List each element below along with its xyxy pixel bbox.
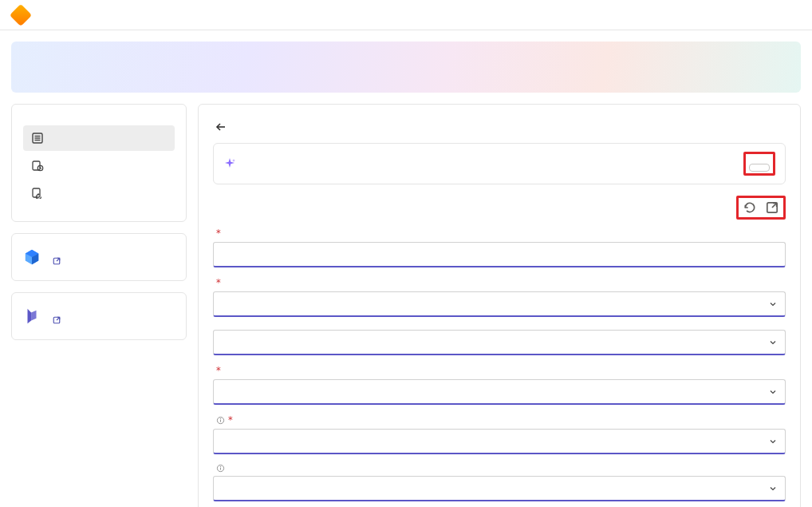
signed-in-card [11,292,187,340]
nav-tabs [51,9,80,22]
field-service-account: * [213,365,786,405]
required-mark: * [216,228,221,239]
field-status: * [213,277,786,317]
status-select[interactable] [213,291,786,317]
sparkle-icon [223,157,236,170]
content-row: * * [11,104,801,507]
back-button[interactable] [213,119,229,135]
highlight-detail-icons [736,196,786,220]
progress-icon [31,186,44,199]
refresh-icon[interactable] [743,200,757,215]
field-incident-type [213,464,786,501]
open-external-icon [52,315,61,325]
remote-assist-link[interactable] [49,256,61,266]
required-mark: * [216,277,221,288]
field-work-order-type: * [213,414,786,454]
field-name: * [213,228,786,267]
menu-card [11,104,187,222]
crumb-row [213,119,786,135]
priority-select[interactable] [213,330,786,355]
open-external-icon[interactable] [765,200,779,215]
info-icon[interactable] [216,416,225,425]
required-mark: * [228,414,233,426]
incident-type-select[interactable] [213,476,786,501]
main-column: * * [198,104,801,507]
svg-point-24 [220,466,221,467]
schedule-button[interactable] [749,164,770,172]
dynamics-icon [23,307,41,325]
menu-item-in-progress[interactable] [23,180,175,205]
sidebar-column [11,104,187,507]
svg-line-7 [41,168,41,169]
main-card: * * [198,104,801,507]
menu-item-overdue[interactable] [23,152,175,178]
arrow-left-icon [215,121,227,133]
field-priority [213,327,786,355]
info-icon[interactable] [216,464,225,473]
detail-head [213,196,786,220]
remote-assist-icon [23,248,41,266]
overdue-icon [31,159,44,172]
required-mark: * [216,365,221,376]
top-nav [0,0,812,30]
name-input[interactable] [213,242,786,267]
highlight-schedule [743,152,775,176]
switch-env-link[interactable] [49,315,61,325]
svg-point-21 [220,418,221,419]
list-icon [31,132,44,145]
remote-assist-card [11,233,187,281]
open-external-icon [52,256,61,266]
brand-icon [10,3,32,26]
service-account-select[interactable] [213,379,786,405]
canvas[interactable]: * * [0,30,812,507]
hero-banner [11,42,801,93]
menu-item-all-work-orders[interactable] [23,125,175,151]
work-order-type-select[interactable] [213,429,786,454]
scheduling-suggest-row [213,143,786,184]
